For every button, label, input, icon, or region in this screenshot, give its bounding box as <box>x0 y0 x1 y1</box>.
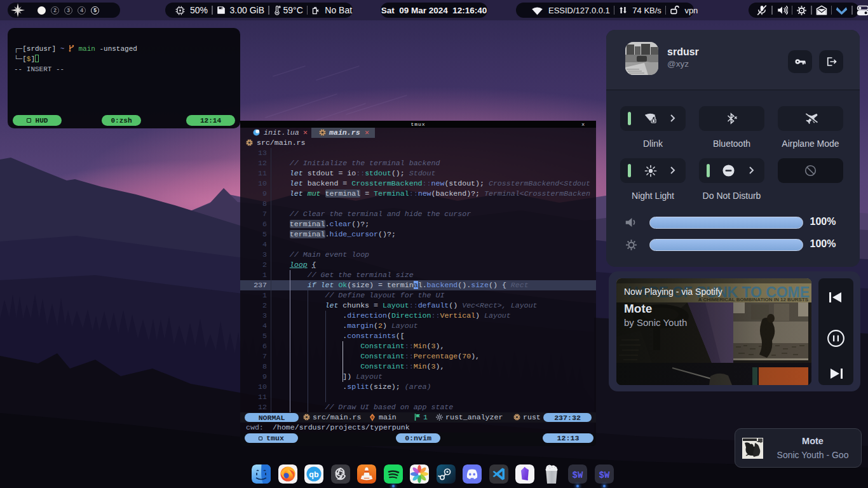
svg-text:$W: $W <box>573 470 583 480</box>
svg-text:qb: qb <box>309 470 319 479</box>
svg-text:$W: $W <box>599 470 609 480</box>
